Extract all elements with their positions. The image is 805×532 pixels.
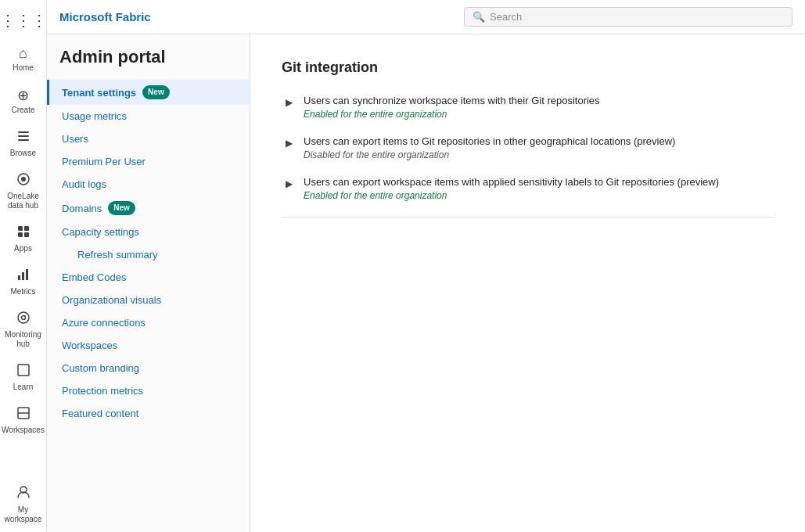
setting-title-export-geo: Users can export items to Git repositori… (304, 135, 675, 147)
svg-rect-6 (24, 226, 29, 231)
badge-tenant-settings: New (142, 85, 170, 99)
workspaces-icon (16, 406, 31, 424)
setting-text-export-sensitivity: Users can export workspace items with ap… (304, 176, 719, 201)
setting-status-export-geo: Disabled for the entire organization (304, 149, 675, 160)
svg-point-12 (18, 312, 29, 323)
nav-learn[interactable]: Learn (3, 357, 44, 398)
setting-title-export-sensitivity: Users can export workspace items with ap… (304, 176, 719, 188)
nav-metrics-label: Metrics (10, 287, 35, 297)
expand-arrow-sync-git[interactable]: ▶ (282, 95, 296, 110)
sidebar-item-label-featured-content: Featured content (62, 408, 138, 419)
setting-sync-git: ▶Users can synchronize workspace items w… (282, 95, 774, 120)
sidebar-item-label-protection-metrics: Protection metrics (62, 385, 143, 397)
setting-export-geo: ▶Users can export items to Git repositor… (282, 135, 774, 160)
setting-text-sync-git: Users can synchronize workspace items wi… (304, 95, 600, 120)
svg-rect-9 (18, 275, 20, 280)
expand-arrow-export-geo[interactable]: ▶ (282, 136, 296, 150)
nav-workspaces-label: Workspaces (2, 426, 45, 435)
create-icon: ⊕ (17, 87, 29, 104)
sidebar-item-domains[interactable]: DomainsNew (47, 196, 250, 221)
nav-myworkspace-label: My workspace (5, 505, 42, 524)
svg-rect-5 (18, 226, 23, 231)
sidebar-item-label-custom-branding: Custom branding (62, 362, 139, 374)
sidebar-item-label-usage-metrics: Usage metrics (62, 110, 127, 122)
content-area: Git integration ▶Users can synchronize w… (250, 34, 805, 532)
nav-myworkspace[interactable]: My workspace (3, 478, 44, 530)
sidebar-item-label-tenant-settings: Tenant settings (62, 87, 136, 99)
sidebar-item-label-org-visuals: Organizational visuals (62, 294, 161, 306)
setting-status-export-sensitivity: Enabled for the entire organization (304, 190, 719, 201)
sidebar-item-org-visuals[interactable]: Organizational visuals (47, 289, 250, 311)
nav-home-label: Home (13, 63, 34, 73)
left-nav: ⋮⋮⋮ ⌂ Home ⊕ Create Browse OneLake data … (0, 0, 47, 532)
sidebar-item-usage-metrics[interactable]: Usage metrics (47, 105, 250, 128)
browse-icon (16, 129, 31, 147)
svg-rect-14 (18, 365, 29, 376)
svg-rect-7 (18, 232, 23, 237)
sidebar-item-capacity-settings[interactable]: Capacity settings (47, 221, 250, 243)
svg-point-13 (21, 316, 25, 320)
svg-rect-8 (24, 232, 29, 237)
sidebar-item-users[interactable]: Users (47, 128, 250, 150)
sidebar: Admin portal Tenant settingsNewUsage met… (47, 34, 250, 532)
nav-home[interactable]: ⌂ Home (3, 39, 44, 79)
nav-workspaces[interactable]: Workspaces (3, 400, 44, 441)
nav-create-label: Create (11, 106, 34, 115)
svg-rect-2 (18, 139, 29, 141)
sidebar-item-azure-connections[interactable]: Azure connections (47, 311, 250, 334)
nav-create[interactable]: ⊕ Create (3, 81, 44, 121)
nav-metrics[interactable]: Metrics (3, 261, 44, 303)
apps-icon (16, 225, 31, 243)
top-bar: Microsoft Fabric 🔍 Search (47, 0, 805, 34)
learn-icon (16, 363, 31, 381)
sidebar-item-custom-branding[interactable]: Custom branding (47, 357, 250, 379)
sidebar-item-embed-codes[interactable]: Embed Codes (47, 266, 250, 289)
nav-monitoring-label: Monitoring hub (5, 330, 41, 349)
brand-name: Microsoft Fabric (59, 10, 151, 23)
nav-onelake-label: OneLake data hub (6, 192, 41, 210)
svg-rect-1 (18, 135, 29, 137)
setting-status-sync-git: Enabled for the entire organization (304, 109, 600, 120)
sidebar-item-workspaces[interactable]: Workspaces (47, 334, 250, 357)
setting-title-sync-git: Users can synchronize workspace items wi… (304, 95, 600, 106)
nav-learn-label: Learn (13, 383, 34, 392)
sidebar-item-protection-metrics[interactable]: Protection metrics (47, 379, 250, 402)
nav-dots[interactable]: ⋮⋮⋮ (0, 6, 52, 34)
nav-onelake[interactable]: OneLake data hub (3, 166, 44, 217)
sidebar-item-label-premium-per-user: Premium Per User (62, 156, 146, 167)
page-title: Admin portal (47, 47, 250, 80)
sidebar-item-label-refresh-summary: Refresh summary (77, 249, 158, 261)
sidebar-item-label-users: Users (62, 133, 88, 145)
svg-rect-11 (26, 269, 28, 280)
sidebar-item-premium-per-user[interactable]: Premium Per User (47, 150, 250, 173)
search-icon: 🔍 (473, 11, 485, 23)
setting-export-sensitivity: ▶Users can export workspace items with a… (282, 176, 774, 201)
expand-arrow-export-sensitivity[interactable]: ▶ (282, 177, 296, 191)
sidebar-item-tenant-settings[interactable]: Tenant settingsNew (47, 80, 250, 105)
nav-apps[interactable]: Apps (3, 218, 44, 260)
svg-rect-0 (18, 131, 29, 133)
metrics-icon (16, 268, 31, 286)
nav-browse[interactable]: Browse (3, 123, 44, 164)
sidebar-item-label-workspaces: Workspaces (62, 340, 117, 351)
nav-monitoring[interactable]: Monitoring hub (3, 304, 44, 355)
divider (282, 217, 774, 217)
home-icon: ⌂ (19, 45, 27, 62)
sidebar-item-featured-content[interactable]: Featured content (47, 402, 250, 425)
sidebar-item-label-audit-logs: Audit logs (62, 178, 106, 190)
sidebar-item-audit-logs[interactable]: Audit logs (47, 173, 250, 196)
section-title: Git integration (282, 59, 774, 76)
onelake-icon (16, 172, 31, 190)
sidebar-item-label-domains: Domains (62, 203, 102, 214)
sidebar-item-label-capacity-settings: Capacity settings (62, 226, 139, 238)
sidebar-item-label-embed-codes: Embed Codes (62, 271, 126, 283)
svg-point-4 (21, 177, 26, 182)
badge-domains: New (108, 201, 135, 215)
nav-browse-label: Browse (10, 149, 36, 158)
search-bar[interactable]: 🔍 Search (464, 7, 792, 27)
sidebar-item-refresh-summary[interactable]: Refresh summary (47, 243, 250, 266)
sidebar-item-label-azure-connections: Azure connections (62, 317, 146, 329)
search-placeholder: Search (490, 11, 522, 23)
main-area: Admin portal Tenant settingsNewUsage met… (47, 34, 805, 532)
monitoring-icon (16, 311, 31, 329)
